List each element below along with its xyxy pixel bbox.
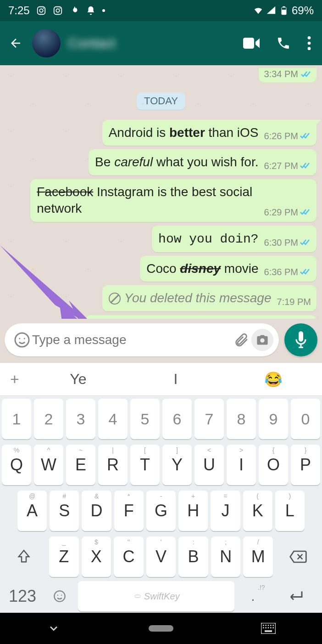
key-6[interactable]: 6 (162, 399, 192, 439)
key-D[interactable]: &D (82, 491, 111, 531)
key-row-3: _Z$X"C'V:B;N/M (0, 534, 322, 580)
key-E[interactable]: ~E (66, 445, 95, 485)
key-backspace[interactable] (276, 537, 320, 577)
key-row-bottom: 123 SwiftKey ..!? (0, 580, 322, 613)
nav-back-button[interactable] (26, 622, 81, 635)
key-T[interactable]: [T (130, 445, 160, 485)
message-meta: 6:30 PM (264, 237, 311, 249)
key-R[interactable]: |R (98, 445, 128, 485)
message-bubble[interactable]: Android is better than iOS6:26 PM (102, 120, 316, 146)
message-input[interactable] (32, 333, 231, 347)
suggestion-3[interactable]: 😂 (224, 371, 322, 388)
key-N[interactable]: ;N (211, 537, 241, 577)
key-P[interactable]: }P (291, 445, 320, 485)
key-A[interactable]: @A (17, 491, 47, 531)
svg-point-10 (308, 36, 311, 40)
key-H[interactable]: +H (178, 491, 208, 531)
key-V[interactable]: 'V (146, 537, 176, 577)
instagram-icon (53, 6, 63, 16)
message-time: 6:30 PM (264, 237, 298, 249)
suggestion-1[interactable]: Ye (29, 371, 127, 388)
key-S[interactable]: #S (50, 491, 79, 531)
back-button[interactable] (6, 34, 25, 52)
message-meta: 6:27 PM (264, 160, 311, 172)
svg-rect-34 (265, 630, 272, 632)
key-emoji[interactable] (44, 581, 75, 611)
instagram-icon (36, 6, 46, 16)
message-bubble[interactable]: GUIDINGTECH7:20 PM (85, 315, 316, 319)
key-2[interactable]: 2 (34, 399, 63, 439)
key-4[interactable]: 4 (98, 399, 128, 439)
app-actions (243, 36, 316, 51)
key-G[interactable]: -G (146, 491, 176, 531)
key-5[interactable]: 5 (130, 399, 160, 439)
message-bubble[interactable]: Be careful what you wish for.6:27 PM (89, 149, 316, 175)
svg-rect-31 (268, 627, 269, 628)
message-meta: 6:36 PM (264, 266, 311, 278)
emoji-button[interactable] (12, 330, 32, 350)
key-M[interactable]: /M (243, 537, 273, 577)
message-bubble[interactable]: You deleted this message7:19 PM (102, 285, 316, 311)
svg-rect-24 (263, 625, 264, 626)
key-Z[interactable]: _Z (49, 537, 79, 577)
message-bubble[interactable]: Facebook Instagram is the best social ne… (30, 179, 316, 222)
key-U[interactable]: <U (194, 445, 224, 485)
key-0[interactable]: 0 (291, 399, 320, 439)
avatar[interactable] (32, 29, 61, 57)
message-text: Facebook Instagram is the best social ne… (37, 184, 258, 217)
message-bubble[interactable]: Coco disney movie6:36 PM (140, 256, 316, 282)
camera-button[interactable] (251, 329, 273, 351)
key-enter[interactable] (272, 581, 318, 611)
key-3[interactable]: 3 (66, 399, 95, 439)
nav-keyboard-switch-button[interactable] (241, 623, 296, 634)
key-W[interactable]: ^W (34, 445, 63, 485)
key-O[interactable]: {O (259, 445, 288, 485)
message-time: 6:27 PM (264, 160, 298, 172)
key-X[interactable]: $X (82, 537, 111, 577)
nav-home-button[interactable] (133, 625, 189, 632)
key-123[interactable]: 123 (4, 581, 41, 611)
message-text: how you doin? (158, 230, 258, 248)
tinder-icon (69, 6, 79, 16)
video-call-button[interactable] (243, 37, 260, 50)
more-menu-button[interactable] (307, 36, 311, 50)
message-meta: 6:26 PM (264, 130, 311, 142)
message-bubble[interactable]: how you doin?6:30 PM (152, 226, 316, 252)
key-F[interactable]: *F (114, 491, 144, 531)
read-ticks-icon (300, 268, 311, 276)
message-time: 6:26 PM (264, 130, 298, 142)
key-I[interactable]: >I (227, 445, 256, 485)
suggestion-2[interactable]: I (127, 371, 225, 388)
chat-title-area[interactable]: Contact (68, 35, 236, 51)
attach-button[interactable] (231, 330, 251, 350)
key-7[interactable]: 7 (194, 399, 224, 439)
suggestion-expand-button[interactable]: + (0, 370, 29, 388)
read-ticks-icon (300, 238, 311, 247)
chat-area[interactable]: 3:34 PM TODAY Android is better than iOS… (0, 65, 322, 319)
key-8[interactable]: 8 (227, 399, 256, 439)
svg-point-22 (61, 595, 62, 596)
key-C[interactable]: "C (114, 537, 144, 577)
battery-icon (279, 6, 289, 16)
key-L[interactable]: )L (275, 491, 305, 531)
key-J[interactable]: =J (211, 491, 240, 531)
key-space[interactable]: SwiftKey (78, 581, 234, 611)
key-Q[interactable]: %Q (2, 445, 31, 485)
status-left: 7:25 (8, 4, 105, 17)
svg-point-5 (60, 8, 61, 9)
voice-record-button[interactable] (284, 323, 317, 356)
key-9[interactable]: 9 (259, 399, 288, 439)
key-shift[interactable] (2, 537, 46, 577)
message-time: 6:36 PM (264, 266, 298, 278)
key-1[interactable]: 1 (2, 399, 31, 439)
keyboard: + Ye I 😂 1234567890 %Q^W~E|R[T]Y<U>I{O}P… (0, 363, 322, 613)
key-period[interactable]: ..!? (237, 581, 268, 611)
read-ticks-icon (300, 208, 311, 216)
svg-rect-29 (263, 627, 264, 628)
key-B[interactable]: :B (178, 537, 208, 577)
key-Y[interactable]: ]Y (162, 445, 192, 485)
voice-call-button[interactable] (276, 36, 291, 51)
svg-point-1 (39, 9, 43, 12)
key-K[interactable]: (K (243, 491, 272, 531)
message-text: Coco disney movie (146, 260, 258, 277)
